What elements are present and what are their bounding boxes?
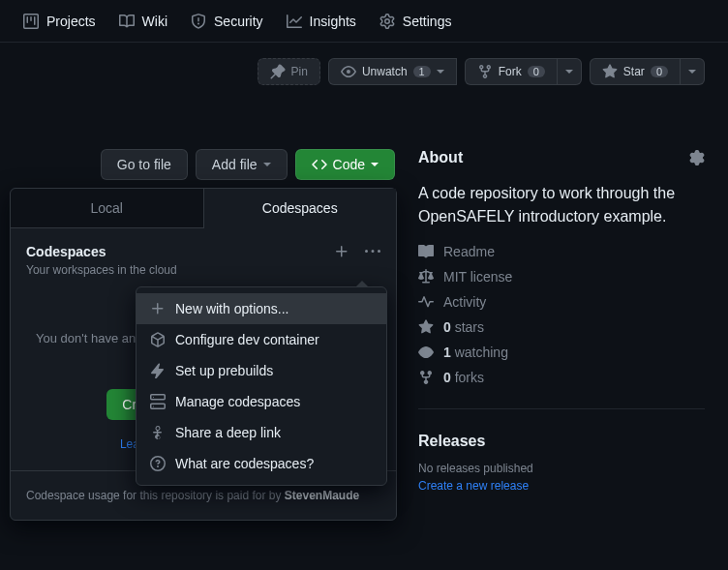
footer-prefix: Codespace usage for this repository is p… bbox=[26, 489, 285, 502]
nav-projects[interactable]: Projects bbox=[15, 6, 104, 37]
menu-new-label: New with options... bbox=[175, 301, 289, 316]
menu-share-label: Share a deep link bbox=[175, 425, 281, 440]
law-icon bbox=[418, 269, 434, 285]
fork-icon bbox=[477, 64, 493, 79]
stars-text: stars bbox=[455, 319, 484, 335]
fork-dropdown[interactable] bbox=[558, 58, 582, 85]
graph-icon bbox=[287, 14, 302, 29]
fork-icon bbox=[418, 370, 434, 385]
nav-settings-label: Settings bbox=[403, 14, 452, 29]
eye-icon bbox=[418, 345, 434, 360]
create-release-link[interactable]: Create a new release bbox=[418, 479, 529, 493]
meta-stars[interactable]: 0 stars bbox=[418, 319, 705, 335]
about-description: A code repository to work through the Op… bbox=[418, 182, 705, 228]
book-icon bbox=[418, 244, 434, 259]
codespaces-header: Codespaces Your workspaces in the cloud bbox=[11, 228, 396, 292]
eye-icon bbox=[341, 64, 356, 79]
container-icon bbox=[150, 332, 166, 347]
fork-button[interactable]: Fork 0 bbox=[465, 58, 558, 85]
menu-manage-codespaces[interactable]: Manage codespaces bbox=[136, 386, 386, 417]
gear-icon[interactable] bbox=[689, 150, 705, 165]
tab-codespaces-label: Codespaces bbox=[262, 200, 338, 216]
menu-prebuilds-label: Set up prebuilds bbox=[175, 363, 273, 378]
pulse-icon bbox=[418, 294, 434, 310]
fork-group: Fork 0 bbox=[465, 58, 582, 85]
forks-count: 0 bbox=[443, 370, 451, 385]
meta-license[interactable]: MIT license bbox=[418, 269, 705, 285]
tab-local[interactable]: Local bbox=[11, 189, 204, 228]
codespaces-icon bbox=[150, 394, 166, 409]
nav-wiki[interactable]: Wiki bbox=[111, 6, 175, 37]
nav-wiki-label: Wiki bbox=[142, 14, 167, 29]
code-button[interactable]: Code bbox=[295, 149, 395, 180]
plus-icon[interactable] bbox=[334, 244, 349, 259]
watch-group: Unwatch 1 bbox=[328, 58, 457, 85]
shield-icon bbox=[191, 14, 206, 29]
create-release-label: Create a new release bbox=[418, 479, 529, 493]
nav-settings[interactable]: Settings bbox=[372, 6, 460, 37]
repo-nav: Projects Wiki Security Insights Settings bbox=[0, 0, 728, 43]
menu-what-are-codespaces[interactable]: What are codespaces? bbox=[136, 448, 386, 479]
star-button[interactable]: Star 0 bbox=[590, 58, 681, 85]
nav-insights-label: Insights bbox=[310, 14, 356, 29]
menu-configure-label: Configure dev container bbox=[175, 332, 319, 347]
gear-icon bbox=[379, 14, 395, 29]
menu-configure-dev-container[interactable]: Configure dev container bbox=[136, 324, 386, 355]
question-icon bbox=[150, 456, 166, 471]
meta-watching[interactable]: 1 watching bbox=[418, 345, 705, 360]
meta-activity-label: Activity bbox=[443, 294, 486, 310]
repo-actions: Pin Unwatch 1 Fork 0 Star 0 bbox=[0, 43, 728, 101]
star-count: 0 bbox=[651, 66, 668, 77]
pin-label: Pin bbox=[291, 65, 308, 78]
menu-manage-label: Manage codespaces bbox=[175, 394, 300, 409]
code-icon bbox=[312, 157, 327, 172]
star-dropdown[interactable] bbox=[681, 58, 705, 85]
tab-codespaces[interactable]: Codespaces bbox=[204, 189, 397, 228]
releases-heading: Releases bbox=[418, 433, 705, 450]
meta-forks[interactable]: 0 forks bbox=[418, 370, 705, 385]
add-file-label: Add file bbox=[212, 157, 258, 172]
nav-insights[interactable]: Insights bbox=[279, 6, 364, 37]
star-icon bbox=[602, 64, 618, 79]
pin-icon bbox=[270, 64, 286, 79]
meta-readme-label: Readme bbox=[443, 244, 495, 259]
fork-label: Fork bbox=[499, 65, 522, 78]
chevron-down-icon bbox=[263, 163, 271, 166]
main-column: Go to file Add file Code Local Codespace… bbox=[0, 101, 395, 493]
unwatch-button[interactable]: Unwatch 1 bbox=[328, 58, 457, 85]
tab-local-label: Local bbox=[91, 200, 123, 216]
book-icon bbox=[119, 14, 135, 29]
codespaces-options-menu: New with options... Configure dev contai… bbox=[136, 286, 387, 486]
code-panel-tabs: Local Codespaces bbox=[11, 189, 396, 228]
menu-new-with-options[interactable]: New with options... bbox=[136, 293, 386, 324]
chevron-down-icon bbox=[565, 70, 573, 74]
releases-none: No releases published bbox=[418, 462, 705, 475]
about-meta-list: Readme MIT license Activity 0 stars 1 wa… bbox=[418, 244, 705, 409]
codespaces-title: Codespaces bbox=[26, 244, 177, 259]
pin-button[interactable]: Pin bbox=[258, 58, 320, 85]
menu-set-up-prebuilds[interactable]: Set up prebuilds bbox=[136, 355, 386, 386]
star-label: Star bbox=[623, 65, 645, 78]
zap-icon bbox=[150, 363, 166, 378]
kebab-icon[interactable] bbox=[365, 244, 380, 259]
meta-activity[interactable]: Activity bbox=[418, 294, 705, 310]
share-icon bbox=[150, 425, 166, 440]
menu-share-deep-link[interactable]: Share a deep link bbox=[136, 417, 386, 448]
stars-count: 0 bbox=[443, 319, 451, 335]
chevron-down-icon bbox=[688, 70, 696, 74]
plus-icon bbox=[150, 301, 166, 316]
add-file-button[interactable]: Add file bbox=[196, 149, 288, 180]
codespaces-subtitle: Your workspaces in the cloud bbox=[26, 263, 177, 277]
nav-security-label: Security bbox=[214, 14, 263, 29]
star-group: Star 0 bbox=[590, 58, 705, 85]
meta-license-label: MIT license bbox=[443, 269, 512, 285]
about-heading: About bbox=[418, 149, 463, 166]
meta-readme[interactable]: Readme bbox=[418, 244, 705, 259]
watch-count: 1 bbox=[413, 66, 431, 77]
nav-security[interactable]: Security bbox=[183, 6, 271, 37]
go-to-file-button[interactable]: Go to file bbox=[101, 149, 188, 180]
go-to-file-label: Go to file bbox=[117, 157, 171, 172]
project-icon bbox=[23, 14, 39, 29]
about-sidebar: About A code repository to work through … bbox=[418, 101, 705, 493]
chevron-down-icon bbox=[371, 163, 379, 166]
